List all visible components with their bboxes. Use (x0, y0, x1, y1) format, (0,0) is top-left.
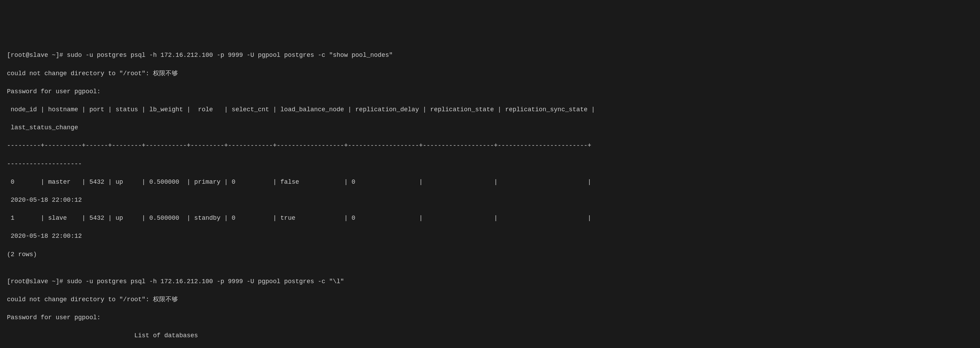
terminal: [root@slave ~]# sudo -u postgres psql -h… (7, 41, 973, 348)
terminal-line-l11: could not change directory to "/root": 权… (7, 295, 973, 304)
terminal-line-l10: [root@slave ~]# sudo -u postgres psql -h… (7, 277, 973, 286)
terminal-line-l5: ---------+----------+------+--------+---… (7, 141, 973, 150)
terminal-line-l2: could not change directory to "/root": 权… (7, 69, 973, 78)
terminal-line-l8: (2 rows) (7, 250, 973, 259)
terminal-line-l6b: 2020-05-18 22:00:12 (7, 195, 973, 205)
terminal-line-l7b: 2020-05-18 22:00:12 (7, 232, 973, 240)
terminal-line-l12: Password for user pgpool: (7, 313, 973, 322)
terminal-line-l4: node_id | hostname | port | status | lb_… (7, 105, 973, 114)
terminal-line-l13: List of databases (7, 331, 973, 340)
terminal-line-l5b: -------------------- (7, 159, 973, 168)
terminal-line-l1: [root@slave ~]# sudo -u postgres psql -h… (7, 51, 973, 60)
terminal-line-l4b: last_status_change (7, 123, 973, 132)
terminal-line-l7: 1 | slave | 5432 | up | 0.500000 | stand… (7, 213, 973, 222)
terminal-line-l3: Password for user pgpool: (7, 87, 973, 96)
terminal-line-l6: 0 | master | 5432 | up | 0.500000 | prim… (7, 178, 973, 186)
